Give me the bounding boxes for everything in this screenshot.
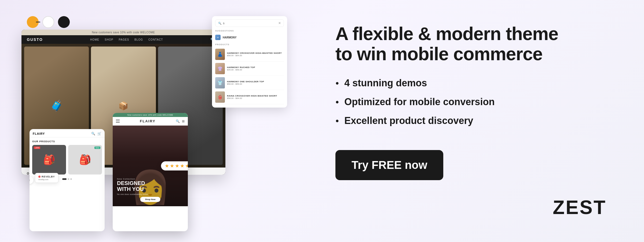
search-product-price-3: $56.00 - $59.00 [227, 83, 264, 85]
products-search-label: PRODUCTS [215, 43, 284, 46]
stars-badge: ★ ★ ★ ★ ★ [161, 161, 188, 170]
nav-dot-2[interactable] [68, 178, 69, 180]
revelry-brand: REVELBY [38, 175, 55, 178]
zest-logo: ZEST [553, 196, 606, 218]
search-product-price-1: $58.00 - $64.00 [227, 54, 282, 57]
nav-shop[interactable]: SHOP [105, 38, 113, 41]
mobile-product-row: 🎒 -20% 🎒 New [32, 145, 102, 175]
mobile-product-img-1: 🎒 [32, 145, 66, 175]
search-product-name-4: RAINA CROSSOVER HIGH-WAISTED SHORT [227, 95, 277, 97]
mobile-sale-badge: -20% [34, 147, 40, 149]
mobile-search-icon[interactable]: 🔍 [91, 132, 95, 136]
mobile-screenshot-1: ‹ FLAIRY 🔍 🛒 OUR PRODUCTS 🎒 -20% 🎒 [30, 129, 105, 231]
suggestions-label: SUGGESTIONS [215, 30, 284, 32]
search-product-name-2: HARMONY RUCHED TOP [227, 66, 255, 69]
left-panel: New customers save 10% with code WELCOME… [21, 11, 303, 231]
search-info-3: HARMONY ONE SHOULDER TOP $56.00 - $59.00 [227, 80, 264, 85]
main-container: New customers save 10% with code WELCOME… [0, 0, 644, 242]
search-result-3[interactable]: 👕 HARMONY ONE SHOULDER TOP $56.00 - $59.… [215, 76, 284, 90]
search-info-1: HARMONY CROSSOVER HIGH-WAISTED SHORT $58… [227, 52, 282, 57]
orange-dot[interactable] [27, 16, 39, 28]
nav-blog[interactable]: BLOG [134, 38, 143, 41]
search-close-icon[interactable]: ✕ [278, 21, 281, 25]
features-list: 4 stunning demos Optimized for mobile co… [335, 77, 606, 134]
star-1: ★ [165, 163, 169, 169]
search-icon-popup: 🔍 [218, 22, 221, 25]
feature-1: 4 stunning demos [335, 77, 606, 89]
star-3: ★ [175, 163, 179, 169]
search-input-value[interactable]: s [223, 22, 278, 25]
mobile-screenshot-2: ★ ★ ★ ★ ★ New customers save 10% with co… [113, 113, 188, 231]
search-info-4: RAINA CROSSOVER HIGH-WAISTED SHORT $58.0… [227, 95, 277, 99]
suggestion-item[interactable]: H HARMONY [215, 34, 284, 41]
nav-pages[interactable]: PAGES [119, 38, 129, 41]
mobile-product-1[interactable]: 🎒 -20% [32, 145, 66, 175]
revelry-text: revelby.com [38, 179, 55, 180]
star-2: ★ [170, 163, 174, 169]
nav-home[interactable]: HOME [90, 38, 99, 41]
mobile-2-hero-text: New Collection DESIGNED WITH YOU No one … [117, 178, 148, 195]
feature-2: Optimized for mobile conversion [335, 96, 606, 108]
hero-subtitle-mobile-2: No one does sustainability better [117, 193, 148, 195]
search-result-1[interactable]: 👗 HARMONY CROSSOVER HIGH-WAISTED SHORT $… [215, 47, 284, 62]
mobile-2-shop-now-btn[interactable]: Shop Now [140, 197, 160, 202]
search-product-price-4: $58.00 - $64.00 [227, 97, 277, 99]
main-headline: A flexible & modern theme to win mobile … [335, 24, 606, 64]
search-popup: 🔍 s ✕ SUGGESTIONS H HARMONY PRODUCTS 👗 H… [212, 16, 287, 108]
mobile-product-2[interactable]: 🎒 New [68, 145, 102, 175]
revelry-dot [38, 176, 41, 178]
search-thumb-4: 👙 [215, 91, 225, 103]
mobile-product-img-2: 🎒 [68, 145, 102, 175]
search-bar[interactable]: 🔍 s ✕ [215, 19, 284, 27]
mobile-brand-1: FLAIRY [33, 132, 45, 135]
mobile-2-icons: 🔍 ⊞ [176, 119, 185, 123]
store-brand: GUSTO [27, 37, 43, 42]
zest-wordmark: ZEST [553, 196, 606, 218]
site-header: GUSTO HOME SHOP PAGES BLOG CONTACT 🔍 🛒 [21, 35, 225, 44]
nav-contact[interactable]: CONTACT [148, 38, 163, 41]
mobile-2-grid-icon[interactable]: ⊞ [182, 119, 185, 123]
star-4: ★ [180, 163, 184, 169]
welcome-bar: New customers save 10% with code WELCOME [21, 30, 225, 35]
suggestion-icon: H [215, 35, 221, 40]
star-5: ★ [185, 163, 188, 169]
search-result-2[interactable]: 👚 HARMONY RUCHED TOP $35.00 - $58.00 [215, 62, 284, 76]
mobile-2-welcome-bar: New customers save 10% with code WELCOME [113, 113, 188, 117]
mobile-2-header: FLAIRY 🔍 ⊞ [113, 117, 188, 126]
search-thumb-1: 👗 [215, 49, 225, 60]
search-product-name-1: HARMONY CROSSOVER HIGH-WAISTED SHORT [227, 52, 282, 54]
revelry-card: REVELBY revelby.com [35, 173, 58, 183]
mobile-brand-2: FLAIRY [140, 119, 155, 123]
hamburger-menu-icon[interactable] [116, 120, 120, 123]
mobile-cart-icon[interactable]: 🛒 [97, 132, 101, 136]
white-dot[interactable] [42, 16, 54, 28]
search-product-price-2: $35.00 - $58.00 [227, 69, 255, 71]
search-info-2: HARMONY RUCHED TOP $35.00 - $58.00 [227, 66, 255, 71]
nav-dots [27, 16, 70, 28]
nav-dot-3[interactable] [70, 178, 72, 180]
hero-headline-mobile-2: DESIGNED WITH YOU [117, 180, 148, 192]
feature-3: Excellent product discovery [335, 115, 606, 126]
search-product-name-3: HARMONY ONE SHOULDER TOP [227, 80, 264, 83]
nav-links: HOME SHOP PAGES BLOG CONTACT [90, 38, 163, 41]
search-result-4[interactable]: 👙 RAINA CROSSOVER HIGH-WAISTED SHORT $58… [215, 90, 284, 104]
suggestion-text: HARMONY [223, 36, 237, 39]
new-collection-tag: New Collection [117, 178, 148, 180]
right-panel: A flexible & modern theme to win mobile … [319, 13, 623, 229]
mobile-icons-1: 🔍 🛒 [91, 132, 101, 136]
search-thumb-2: 👚 [215, 63, 225, 74]
search-thumb-3: 👕 [215, 77, 225, 88]
nav-dot-1[interactable] [62, 178, 67, 180]
cta-button[interactable]: Try FREE now [335, 150, 443, 180]
mobile-2-search-icon[interactable]: 🔍 [176, 119, 180, 123]
mobile-1-header: FLAIRY 🔍 🛒 [30, 129, 105, 137]
mobile-new-badge: New [94, 147, 100, 149]
mobile-section-title: OUR PRODUCTS [32, 140, 102, 143]
black-dot[interactable] [58, 16, 70, 28]
